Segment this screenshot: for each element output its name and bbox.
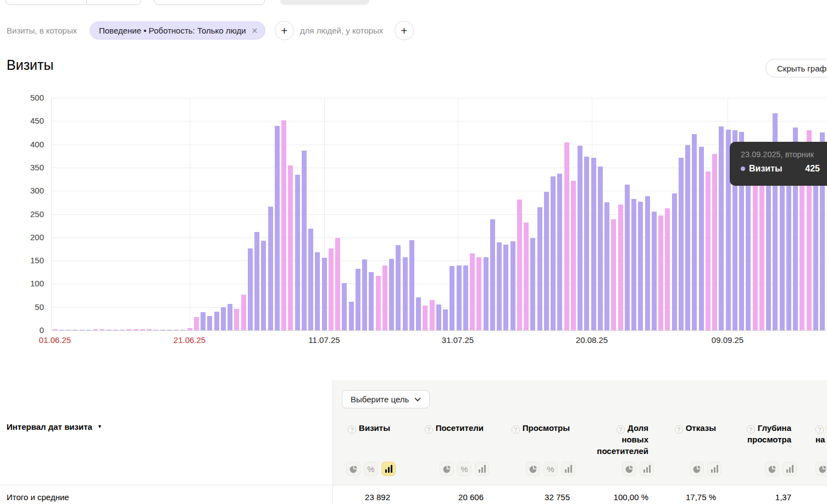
chart-bar[interactable] xyxy=(140,329,145,330)
help-icon[interactable]: ? xyxy=(425,425,433,434)
chart-bar[interactable] xyxy=(362,259,367,330)
percent-toggle-button[interactable]: % xyxy=(543,462,558,476)
chart-bar[interactable] xyxy=(618,204,623,330)
chart-bar[interactable] xyxy=(564,142,569,330)
chart-bar[interactable] xyxy=(530,238,535,330)
pie-toggle-button[interactable] xyxy=(622,462,636,476)
chart-bar[interactable] xyxy=(126,329,131,330)
chart-bar[interactable] xyxy=(712,154,717,330)
chart-bar[interactable] xyxy=(180,330,185,331)
pie-toggle-button[interactable] xyxy=(815,462,827,476)
column-header[interactable]: ?Доляновыхпосетителей xyxy=(597,422,648,457)
chart-bar[interactable] xyxy=(591,158,596,330)
chart-bar[interactable] xyxy=(409,240,414,330)
bars-toggle-button[interactable] xyxy=(707,462,721,476)
help-icon[interactable]: ? xyxy=(675,425,683,434)
chart-bar[interactable] xyxy=(403,257,408,330)
chart-bar[interactable] xyxy=(497,242,502,330)
pie-toggle-button[interactable] xyxy=(765,462,779,476)
chart-bar[interactable] xyxy=(241,295,246,330)
chart-bar[interactable] xyxy=(382,265,387,330)
chart-bar[interactable] xyxy=(625,185,630,330)
chart-bar[interactable] xyxy=(315,252,320,330)
chart-bar[interactable] xyxy=(631,199,636,330)
chart-bar[interactable] xyxy=(800,160,804,330)
chart-bar[interactable] xyxy=(665,208,670,330)
chart-bar[interactable] xyxy=(544,192,549,330)
help-icon[interactable]: ? xyxy=(512,425,520,434)
chart-bar[interactable] xyxy=(490,219,495,330)
help-icon[interactable]: ? xyxy=(617,425,625,434)
chart-bar[interactable] xyxy=(99,329,104,330)
chart-bar[interactable] xyxy=(430,300,435,330)
chart-bar[interactable] xyxy=(672,193,677,330)
percent-toggle-button[interactable]: % xyxy=(364,462,378,476)
chart-bar[interactable] xyxy=(813,172,818,330)
chart-bar[interactable] xyxy=(113,330,118,331)
chart-bar[interactable] xyxy=(611,219,616,330)
help-icon[interactable]: ? xyxy=(747,425,755,434)
chart-bar[interactable] xyxy=(160,330,165,331)
chart-bar[interactable] xyxy=(248,248,253,330)
chart-bar[interactable] xyxy=(638,202,643,330)
chart-bar[interactable] xyxy=(463,265,468,330)
chart-bar[interactable] xyxy=(449,266,454,330)
bars-toggle-button[interactable] xyxy=(640,462,654,476)
chart-bar[interactable] xyxy=(207,316,212,330)
column-header[interactable]: ?Посетители xyxy=(425,422,484,434)
chart-bar[interactable] xyxy=(604,202,609,330)
pie-toggle-button[interactable] xyxy=(440,462,454,476)
chart-bar[interactable] xyxy=(423,306,428,330)
chart-bar[interactable] xyxy=(53,329,58,330)
chart-bar[interactable] xyxy=(369,272,374,330)
chart-bar[interactable] xyxy=(288,165,293,330)
column-header[interactable]: ?Визиты xyxy=(348,422,390,434)
chart-bar[interactable] xyxy=(174,330,179,331)
chart-bar[interactable] xyxy=(645,196,650,330)
chart-bar[interactable] xyxy=(578,146,582,330)
chart-bar[interactable] xyxy=(753,163,758,330)
chart-bar[interactable] xyxy=(281,120,286,330)
bars-toggle-button[interactable] xyxy=(561,462,575,476)
chart-bar[interactable] xyxy=(598,167,603,330)
chart-bar[interactable] xyxy=(254,232,259,330)
column-header[interactable]: ?Глубинапросмотра xyxy=(747,422,791,445)
chart-bar[interactable] xyxy=(342,283,347,330)
chart-bar[interactable] xyxy=(275,126,280,330)
chart-bar[interactable] xyxy=(476,257,481,330)
chart-bar[interactable] xyxy=(416,297,421,330)
column-header[interactable]: ?Отказы xyxy=(675,422,716,434)
pie-toggle-button[interactable] xyxy=(690,462,704,476)
chart-bar[interactable] xyxy=(349,302,354,330)
chart-bar[interactable] xyxy=(396,245,401,330)
chart-bar[interactable] xyxy=(86,330,91,331)
chart-bar[interactable] xyxy=(201,312,206,330)
chart-bar[interactable] xyxy=(134,329,138,330)
chart-bar[interactable] xyxy=(268,207,273,330)
chart-bar[interactable] xyxy=(187,328,192,330)
chart-bar[interactable] xyxy=(194,317,199,330)
chart-bar[interactable] xyxy=(457,265,462,330)
chart-bar[interactable] xyxy=(302,151,307,330)
bars-toggle-button[interactable] xyxy=(782,462,797,476)
pie-toggle-button[interactable] xyxy=(346,462,360,476)
chart-bar[interactable] xyxy=(295,175,300,330)
chart-bar[interactable] xyxy=(167,330,172,331)
chart-bar[interactable] xyxy=(356,269,360,330)
chart-bar[interactable] xyxy=(120,330,125,331)
chart-bar[interactable] xyxy=(221,307,226,330)
chart-bar[interactable] xyxy=(652,212,657,330)
chart-bar[interactable] xyxy=(557,174,562,330)
bars-toggle-button[interactable] xyxy=(475,462,489,476)
chart-bar[interactable] xyxy=(524,223,529,330)
chart-bar[interactable] xyxy=(308,229,313,330)
chart-bar[interactable] xyxy=(436,304,441,330)
chart-bar[interactable] xyxy=(107,330,112,331)
chart-bar[interactable] xyxy=(147,329,152,330)
chart-bar[interactable] xyxy=(780,170,785,330)
pie-toggle-button[interactable] xyxy=(526,462,540,476)
chart-bar[interactable] xyxy=(706,171,711,330)
chart-bar[interactable] xyxy=(551,176,556,330)
chart-bar[interactable] xyxy=(261,241,266,330)
chart-bar[interactable] xyxy=(80,330,85,331)
